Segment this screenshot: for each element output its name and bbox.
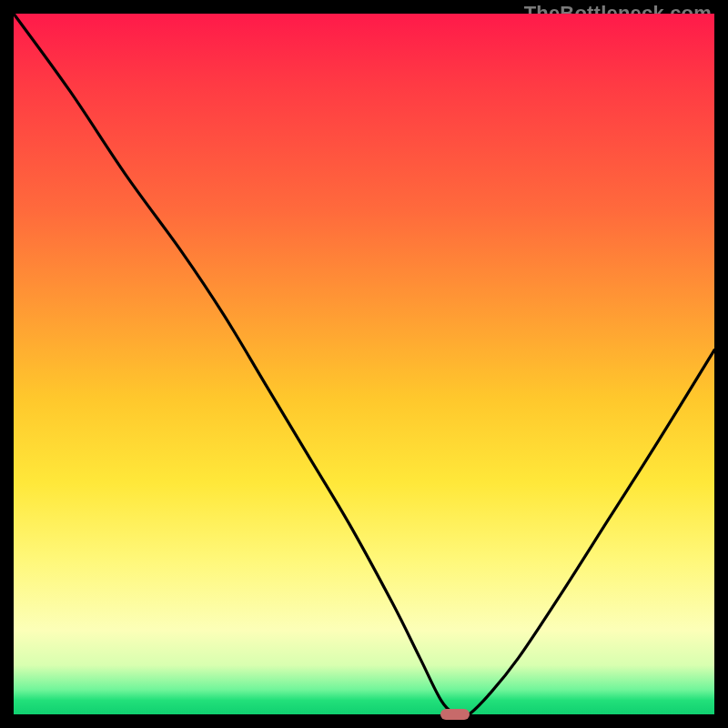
optimal-point-marker — [440, 709, 470, 720]
chart-stage: TheBottleneck.com — [0, 0, 728, 728]
plot-area — [14, 14, 714, 714]
bottleneck-curve — [14, 14, 714, 714]
